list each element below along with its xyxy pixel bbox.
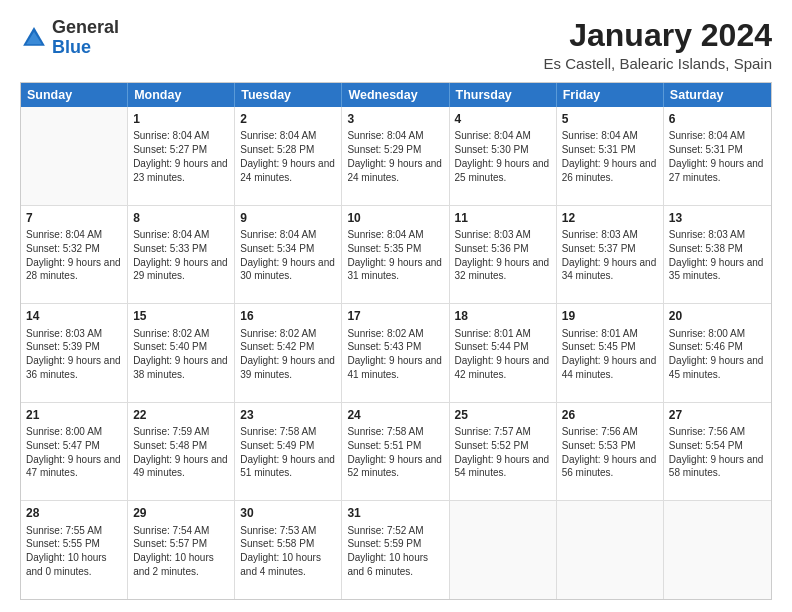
calendar-body: 1Sunrise: 8:04 AMSunset: 5:27 PMDaylight… — [21, 107, 771, 599]
cell-details: Sunrise: 8:04 AMSunset: 5:31 PMDaylight:… — [562, 130, 657, 182]
cell-details: Sunrise: 8:02 AMSunset: 5:42 PMDaylight:… — [240, 328, 335, 380]
cal-cell: 28Sunrise: 7:55 AMSunset: 5:55 PMDayligh… — [21, 501, 128, 599]
cal-row: 21Sunrise: 8:00 AMSunset: 5:47 PMDayligh… — [21, 403, 771, 502]
cal-cell: 20Sunrise: 8:00 AMSunset: 5:46 PMDayligh… — [664, 304, 771, 402]
cal-cell: 31Sunrise: 7:52 AMSunset: 5:59 PMDayligh… — [342, 501, 449, 599]
cal-cell: 19Sunrise: 8:01 AMSunset: 5:45 PMDayligh… — [557, 304, 664, 402]
cal-cell: 5Sunrise: 8:04 AMSunset: 5:31 PMDaylight… — [557, 107, 664, 205]
cal-cell: 23Sunrise: 7:58 AMSunset: 5:49 PMDayligh… — [235, 403, 342, 501]
day-number: 1 — [133, 111, 229, 127]
cal-cell: 26Sunrise: 7:56 AMSunset: 5:53 PMDayligh… — [557, 403, 664, 501]
cell-details: Sunrise: 7:53 AMSunset: 5:58 PMDaylight:… — [240, 525, 321, 577]
cell-details: Sunrise: 8:02 AMSunset: 5:40 PMDaylight:… — [133, 328, 228, 380]
day-number: 18 — [455, 308, 551, 324]
day-number: 12 — [562, 210, 658, 226]
cell-details: Sunrise: 7:57 AMSunset: 5:52 PMDaylight:… — [455, 426, 550, 478]
cal-header-cell: Monday — [128, 83, 235, 107]
cal-cell — [450, 501, 557, 599]
page: General Blue January 2024 Es Castell, Ba… — [0, 0, 792, 612]
cal-cell: 13Sunrise: 8:03 AMSunset: 5:38 PMDayligh… — [664, 206, 771, 304]
day-number: 16 — [240, 308, 336, 324]
cell-details: Sunrise: 7:58 AMSunset: 5:51 PMDaylight:… — [347, 426, 442, 478]
day-number: 9 — [240, 210, 336, 226]
cal-cell: 24Sunrise: 7:58 AMSunset: 5:51 PMDayligh… — [342, 403, 449, 501]
cal-header-cell: Wednesday — [342, 83, 449, 107]
cell-details: Sunrise: 7:52 AMSunset: 5:59 PMDaylight:… — [347, 525, 428, 577]
cell-details: Sunrise: 7:58 AMSunset: 5:49 PMDaylight:… — [240, 426, 335, 478]
cell-details: Sunrise: 7:56 AMSunset: 5:53 PMDaylight:… — [562, 426, 657, 478]
cal-cell: 18Sunrise: 8:01 AMSunset: 5:44 PMDayligh… — [450, 304, 557, 402]
day-number: 8 — [133, 210, 229, 226]
cal-header-cell: Sunday — [21, 83, 128, 107]
cal-header-cell: Saturday — [664, 83, 771, 107]
cal-row: 1Sunrise: 8:04 AMSunset: 5:27 PMDaylight… — [21, 107, 771, 206]
cal-header-cell: Friday — [557, 83, 664, 107]
cal-header-cell: Tuesday — [235, 83, 342, 107]
day-number: 21 — [26, 407, 122, 423]
day-number: 27 — [669, 407, 766, 423]
logo-icon — [20, 24, 48, 52]
cal-cell: 30Sunrise: 7:53 AMSunset: 5:58 PMDayligh… — [235, 501, 342, 599]
cell-details: Sunrise: 8:00 AMSunset: 5:47 PMDaylight:… — [26, 426, 121, 478]
cal-cell: 12Sunrise: 8:03 AMSunset: 5:37 PMDayligh… — [557, 206, 664, 304]
day-number: 14 — [26, 308, 122, 324]
day-number: 17 — [347, 308, 443, 324]
day-number: 26 — [562, 407, 658, 423]
cal-cell: 4Sunrise: 8:04 AMSunset: 5:30 PMDaylight… — [450, 107, 557, 205]
cell-details: Sunrise: 7:55 AMSunset: 5:55 PMDaylight:… — [26, 525, 107, 577]
cal-cell: 29Sunrise: 7:54 AMSunset: 5:57 PMDayligh… — [128, 501, 235, 599]
day-number: 2 — [240, 111, 336, 127]
day-number: 30 — [240, 505, 336, 521]
day-number: 11 — [455, 210, 551, 226]
logo-blue: Blue — [52, 37, 91, 57]
cell-details: Sunrise: 8:03 AMSunset: 5:39 PMDaylight:… — [26, 328, 121, 380]
day-number: 7 — [26, 210, 122, 226]
day-number: 13 — [669, 210, 766, 226]
cal-cell: 9Sunrise: 8:04 AMSunset: 5:34 PMDaylight… — [235, 206, 342, 304]
cal-cell: 7Sunrise: 8:04 AMSunset: 5:32 PMDaylight… — [21, 206, 128, 304]
day-number: 25 — [455, 407, 551, 423]
cal-cell: 16Sunrise: 8:02 AMSunset: 5:42 PMDayligh… — [235, 304, 342, 402]
cell-details: Sunrise: 7:59 AMSunset: 5:48 PMDaylight:… — [133, 426, 228, 478]
cal-cell: 6Sunrise: 8:04 AMSunset: 5:31 PMDaylight… — [664, 107, 771, 205]
calendar-header: SundayMondayTuesdayWednesdayThursdayFrid… — [21, 83, 771, 107]
logo-text: General Blue — [52, 18, 119, 58]
cal-cell — [664, 501, 771, 599]
cal-cell — [21, 107, 128, 205]
cell-details: Sunrise: 8:04 AMSunset: 5:31 PMDaylight:… — [669, 130, 764, 182]
cell-details: Sunrise: 8:01 AMSunset: 5:45 PMDaylight:… — [562, 328, 657, 380]
cal-cell: 2Sunrise: 8:04 AMSunset: 5:28 PMDaylight… — [235, 107, 342, 205]
header: General Blue January 2024 Es Castell, Ba… — [20, 18, 772, 72]
cell-details: Sunrise: 8:02 AMSunset: 5:43 PMDaylight:… — [347, 328, 442, 380]
cell-details: Sunrise: 7:56 AMSunset: 5:54 PMDaylight:… — [669, 426, 764, 478]
cal-cell — [557, 501, 664, 599]
day-number: 6 — [669, 111, 766, 127]
cell-details: Sunrise: 8:03 AMSunset: 5:37 PMDaylight:… — [562, 229, 657, 281]
cell-details: Sunrise: 7:54 AMSunset: 5:57 PMDaylight:… — [133, 525, 214, 577]
cell-details: Sunrise: 8:04 AMSunset: 5:27 PMDaylight:… — [133, 130, 228, 182]
cal-cell: 14Sunrise: 8:03 AMSunset: 5:39 PMDayligh… — [21, 304, 128, 402]
cell-details: Sunrise: 8:00 AMSunset: 5:46 PMDaylight:… — [669, 328, 764, 380]
cell-details: Sunrise: 8:04 AMSunset: 5:30 PMDaylight:… — [455, 130, 550, 182]
day-number: 29 — [133, 505, 229, 521]
cell-details: Sunrise: 8:04 AMSunset: 5:28 PMDaylight:… — [240, 130, 335, 182]
day-number: 10 — [347, 210, 443, 226]
day-number: 23 — [240, 407, 336, 423]
title-block: January 2024 Es Castell, Balearic Island… — [544, 18, 772, 72]
cal-row: 14Sunrise: 8:03 AMSunset: 5:39 PMDayligh… — [21, 304, 771, 403]
day-number: 24 — [347, 407, 443, 423]
logo-general: General — [52, 17, 119, 37]
cell-details: Sunrise: 8:04 AMSunset: 5:32 PMDaylight:… — [26, 229, 121, 281]
cal-cell: 27Sunrise: 7:56 AMSunset: 5:54 PMDayligh… — [664, 403, 771, 501]
cal-cell: 21Sunrise: 8:00 AMSunset: 5:47 PMDayligh… — [21, 403, 128, 501]
cal-cell: 10Sunrise: 8:04 AMSunset: 5:35 PMDayligh… — [342, 206, 449, 304]
cal-cell: 3Sunrise: 8:04 AMSunset: 5:29 PMDaylight… — [342, 107, 449, 205]
cell-details: Sunrise: 8:04 AMSunset: 5:35 PMDaylight:… — [347, 229, 442, 281]
cell-details: Sunrise: 8:04 AMSunset: 5:34 PMDaylight:… — [240, 229, 335, 281]
cal-cell: 17Sunrise: 8:02 AMSunset: 5:43 PMDayligh… — [342, 304, 449, 402]
day-number: 5 — [562, 111, 658, 127]
day-number: 31 — [347, 505, 443, 521]
day-number: 22 — [133, 407, 229, 423]
cell-details: Sunrise: 8:01 AMSunset: 5:44 PMDaylight:… — [455, 328, 550, 380]
day-number: 15 — [133, 308, 229, 324]
